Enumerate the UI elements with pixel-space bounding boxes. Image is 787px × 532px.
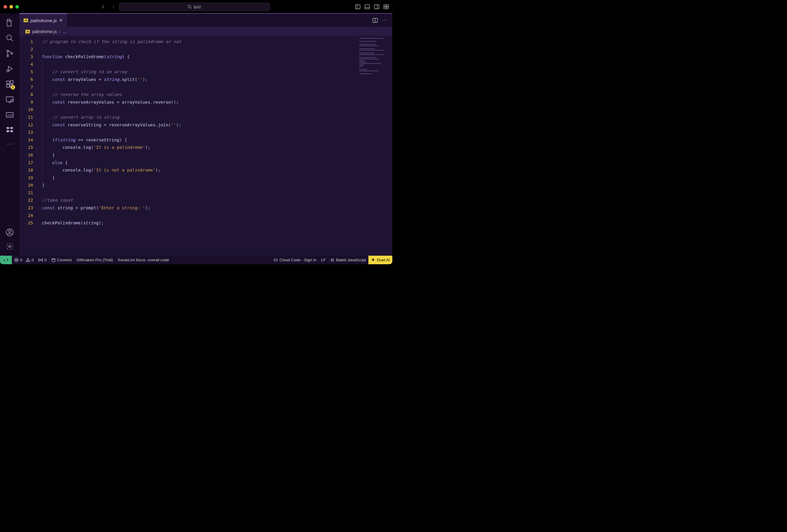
gitkraken-status[interactable]: GitKraken Pro (Trial) [74,256,115,264]
forward-icon[interactable] [111,4,115,9]
api-icon[interactable]: /API [6,111,14,119]
svg-point-11 [7,35,12,40]
cloudcode-status[interactable]: Cloud Code - Sign in [271,256,319,264]
status-bar: 0 0 0 Connect GitKraken Pro (Trial) Sona… [0,256,392,264]
layout-left-icon[interactable] [355,4,360,9]
layout-controls [355,4,389,9]
layout-customize-icon[interactable] [383,4,389,9]
tab-filename: palindrome.js [30,18,57,23]
more-actions-icon[interactable]: ··· [382,18,388,23]
source-control-icon[interactable] [6,49,14,58]
run-debug-icon[interactable] [6,65,14,73]
search-activity-icon[interactable] [6,34,14,42]
svg-rect-1 [355,5,360,9]
minimize-window[interactable] [9,5,13,8]
svg-point-14 [11,52,13,54]
svg-point-0 [188,5,191,8]
tab-bar: JS palindrome.js ✕ ··· [20,13,392,27]
window-controls [3,5,19,8]
editor: JS palindrome.js ✕ ··· JS palindrome.js … [20,13,392,256]
svg-rect-8 [386,5,388,6]
svg-rect-10 [386,7,388,9]
back-icon[interactable] [101,4,105,9]
close-tab-icon[interactable]: ✕ [59,18,63,23]
search-box[interactable]: quiz [119,3,270,11]
svg-rect-16 [7,81,9,84]
nav-arrows [101,4,115,9]
breadcrumb-file: palindrome.js [32,29,57,34]
remote-explorer-icon[interactable] [6,95,14,104]
duet-ai-button[interactable]: Duet AI [368,256,392,264]
minimap[interactable] [357,36,392,256]
svg-point-25 [8,230,11,232]
ports-indicator[interactable]: 0 [36,256,49,264]
tab-palindrome[interactable]: JS palindrome.js ✕ [20,14,67,27]
svg-point-32 [40,260,41,261]
code-content[interactable]: // program to check if the string is pal… [37,36,357,256]
split-editor-icon[interactable] [373,18,378,23]
code-area[interactable]: 1234567891011121314151617181920212223242… [20,36,392,256]
layout-bottom-icon[interactable] [365,4,370,9]
problems-indicator[interactable]: 0 0 [12,256,36,264]
dropbox-icon[interactable] [6,126,14,134]
svg-point-31 [28,261,28,261]
svg-rect-9 [384,7,386,9]
svg-rect-19 [10,81,13,83]
remote-indicator[interactable] [0,256,12,264]
settings-icon[interactable] [6,242,14,251]
js-badge: JS [24,19,28,22]
breadcrumb-sep: › [59,29,61,34]
search-text: quiz [193,4,201,9]
explorer-icon[interactable] [6,19,14,27]
svg-point-33 [52,258,55,260]
svg-point-26 [9,246,11,248]
svg-rect-17 [7,84,9,87]
more-icon[interactable]: ··· [6,141,13,147]
sonarlint-status[interactable]: SonarLint focus: overall code [115,256,171,264]
maximize-window[interactable] [15,5,19,8]
svg-text:/API: /API [7,114,13,117]
search-icon [188,5,192,9]
svg-rect-3 [365,5,369,9]
extensions-icon[interactable]: 1 [6,80,14,88]
svg-rect-5 [374,5,379,9]
close-window[interactable] [3,5,7,8]
account-icon[interactable] [6,228,14,237]
activity-bar: 1 /API ··· [0,13,20,256]
eol-status[interactable]: LF [319,256,328,264]
line-gutter: 1234567891011121314151617181920212223242… [20,36,37,256]
breadcrumb-js-badge: JS [25,30,30,34]
breadcrumb[interactable]: JS palindrome.js › ... [20,27,392,36]
language-status[interactable]: Babel JavaScript [328,256,368,264]
breadcrumb-rest: ... [63,29,66,34]
titlebar: quiz [0,0,392,13]
svg-rect-7 [384,5,386,6]
layout-right-icon[interactable] [374,4,379,9]
svg-rect-20 [6,97,13,102]
tab-actions: ··· [373,14,392,27]
svg-point-13 [7,55,8,57]
extensions-badge: 1 [10,85,15,89]
svg-point-21 [11,99,13,102]
svg-point-12 [7,50,8,52]
connect-button[interactable]: Connect [49,256,74,264]
